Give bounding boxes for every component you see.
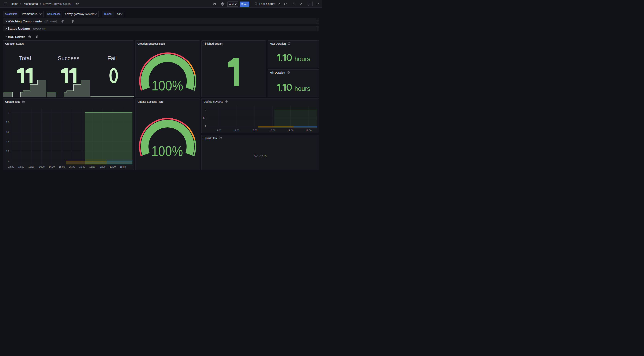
svg-text:1.4: 1.4 <box>6 140 10 143</box>
svg-text:1.2: 1.2 <box>6 150 10 153</box>
svg-text:18:00: 18:00 <box>306 129 312 132</box>
svg-text:14:30: 14:30 <box>49 166 55 168</box>
svg-text:12:30: 12:30 <box>8 166 14 168</box>
svg-text:1: 1 <box>205 125 206 128</box>
svg-text:hours: hours <box>294 55 310 62</box>
svg-text:17:00: 17:00 <box>288 129 294 132</box>
svg-text:15:00: 15:00 <box>59 166 65 168</box>
svg-text:16:30: 16:30 <box>89 166 95 168</box>
svg-text:1.6: 1.6 <box>6 131 10 133</box>
svg-text:13:00: 13:00 <box>215 129 221 132</box>
svg-text:14:00: 14:00 <box>38 166 44 168</box>
svg-text:14:00: 14:00 <box>233 129 239 132</box>
svg-text:17:30: 17:30 <box>110 166 116 168</box>
svg-text:1.8: 1.8 <box>6 121 10 124</box>
svg-text:1.5: 1.5 <box>203 117 206 119</box>
svg-text:2: 2 <box>205 108 206 111</box>
svg-text:100%: 100% <box>152 78 183 93</box>
svg-text:15:00: 15:00 <box>251 129 257 132</box>
svg-text:100%: 100% <box>152 144 183 159</box>
svg-text:18:00: 18:00 <box>120 166 126 168</box>
svg-text:1: 1 <box>8 160 10 162</box>
svg-text:16:00: 16:00 <box>270 129 276 132</box>
svg-text:16:00: 16:00 <box>79 166 85 168</box>
svg-text:13:00: 13:00 <box>18 166 24 168</box>
svg-text:15:30: 15:30 <box>69 166 75 168</box>
svg-text:17:00: 17:00 <box>100 166 106 168</box>
svg-text:hours: hours <box>294 85 310 92</box>
svg-text:13:30: 13:30 <box>28 166 34 168</box>
svg-text:2: 2 <box>8 111 10 114</box>
